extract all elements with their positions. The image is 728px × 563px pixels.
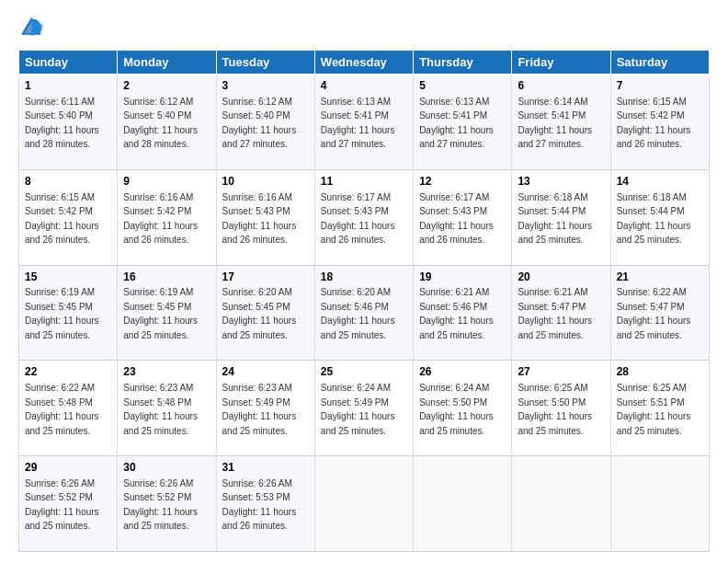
calendar-cell: 31Sunrise: 6:26 AMSunset: 5:53 PMDayligh… xyxy=(216,456,314,552)
calendar-cell: 29Sunrise: 6:26 AMSunset: 5:52 PMDayligh… xyxy=(19,456,118,552)
day-number: 16 xyxy=(123,270,210,285)
day-info: Sunrise: 6:17 AMSunset: 5:43 PMDaylight:… xyxy=(321,192,395,246)
weekday-header-wednesday: Wednesday xyxy=(314,51,413,75)
day-number: 19 xyxy=(419,270,506,285)
day-info: Sunrise: 6:16 AMSunset: 5:42 PMDaylight:… xyxy=(123,192,198,246)
calendar-week-row: 1Sunrise: 6:11 AMSunset: 5:40 PMDaylight… xyxy=(19,75,710,170)
day-number: 1 xyxy=(25,78,111,94)
calendar-cell: 17Sunrise: 6:20 AMSunset: 5:45 PMDayligh… xyxy=(216,265,314,361)
day-info: Sunrise: 6:22 AMSunset: 5:48 PMDaylight:… xyxy=(25,383,99,436)
weekday-header-friday: Friday xyxy=(512,51,610,75)
day-number: 17 xyxy=(222,270,309,285)
calendar-cell: 28Sunrise: 6:25 AMSunset: 5:51 PMDayligh… xyxy=(610,361,709,456)
day-number: 30 xyxy=(123,460,210,476)
weekday-header-saturday: Saturday xyxy=(610,51,709,75)
day-number: 22 xyxy=(25,364,111,380)
calendar-cell: 18Sunrise: 6:20 AMSunset: 5:46 PMDayligh… xyxy=(314,265,413,361)
day-info: Sunrise: 6:25 AMSunset: 5:51 PMDaylight:… xyxy=(617,383,691,436)
calendar-table: SundayMondayTuesdayWednesdayThursdayFrid… xyxy=(18,50,710,552)
day-info: Sunrise: 6:26 AMSunset: 5:52 PMDaylight:… xyxy=(123,478,198,532)
day-number: 6 xyxy=(518,78,604,94)
day-info: Sunrise: 6:15 AMSunset: 5:42 PMDaylight:… xyxy=(617,97,691,150)
page: SundayMondayTuesdayWednesdayThursdayFrid… xyxy=(0,0,728,563)
calendar-cell: 6Sunrise: 6:14 AMSunset: 5:41 PMDaylight… xyxy=(512,75,610,170)
day-number: 14 xyxy=(617,174,703,190)
day-info: Sunrise: 6:12 AMSunset: 5:40 PMDaylight:… xyxy=(123,97,198,150)
calendar-cell: 13Sunrise: 6:18 AMSunset: 5:44 PMDayligh… xyxy=(512,169,610,265)
calendar-cell: 5Sunrise: 6:13 AMSunset: 5:41 PMDaylight… xyxy=(414,75,512,170)
day-number: 27 xyxy=(518,364,604,380)
calendar-cell: 16Sunrise: 6:19 AMSunset: 5:45 PMDayligh… xyxy=(118,265,216,361)
weekday-header-thursday: Thursday xyxy=(414,51,512,75)
calendar-cell: 14Sunrise: 6:18 AMSunset: 5:44 PMDayligh… xyxy=(610,169,709,265)
calendar-cell: 27Sunrise: 6:25 AMSunset: 5:50 PMDayligh… xyxy=(512,361,610,456)
calendar-cell: 23Sunrise: 6:23 AMSunset: 5:48 PMDayligh… xyxy=(118,361,216,456)
day-info: Sunrise: 6:18 AMSunset: 5:44 PMDaylight:… xyxy=(617,192,691,246)
day-info: Sunrise: 6:24 AMSunset: 5:49 PMDaylight:… xyxy=(321,383,395,436)
day-info: Sunrise: 6:16 AMSunset: 5:43 PMDaylight:… xyxy=(222,192,297,246)
day-info: Sunrise: 6:21 AMSunset: 5:46 PMDaylight:… xyxy=(419,287,494,340)
calendar-cell xyxy=(414,456,512,552)
day-info: Sunrise: 6:13 AMSunset: 5:41 PMDaylight:… xyxy=(419,97,494,150)
day-info: Sunrise: 6:15 AMSunset: 5:42 PMDaylight:… xyxy=(25,192,99,246)
calendar-cell: 11Sunrise: 6:17 AMSunset: 5:43 PMDayligh… xyxy=(314,169,413,265)
day-info: Sunrise: 6:23 AMSunset: 5:48 PMDaylight:… xyxy=(123,383,198,436)
day-number: 4 xyxy=(321,78,407,94)
logo-icon xyxy=(18,15,44,40)
calendar-week-row: 8Sunrise: 6:15 AMSunset: 5:42 PMDaylight… xyxy=(19,169,710,265)
day-info: Sunrise: 6:12 AMSunset: 5:40 PMDaylight:… xyxy=(222,97,297,150)
calendar-cell xyxy=(610,456,709,552)
day-number: 12 xyxy=(419,174,506,190)
calendar-cell: 1Sunrise: 6:11 AMSunset: 5:40 PMDaylight… xyxy=(19,75,118,170)
calendar-cell: 24Sunrise: 6:23 AMSunset: 5:49 PMDayligh… xyxy=(216,361,314,456)
day-number: 20 xyxy=(518,270,604,285)
day-number: 15 xyxy=(25,270,111,285)
calendar-cell: 3Sunrise: 6:12 AMSunset: 5:40 PMDaylight… xyxy=(216,75,314,170)
day-info: Sunrise: 6:18 AMSunset: 5:44 PMDaylight:… xyxy=(518,192,592,246)
day-number: 10 xyxy=(222,174,309,190)
header xyxy=(18,15,710,40)
calendar-week-row: 29Sunrise: 6:26 AMSunset: 5:52 PMDayligh… xyxy=(19,456,710,552)
calendar-cell: 19Sunrise: 6:21 AMSunset: 5:46 PMDayligh… xyxy=(414,265,512,361)
day-info: Sunrise: 6:24 AMSunset: 5:50 PMDaylight:… xyxy=(419,383,494,436)
calendar-cell: 4Sunrise: 6:13 AMSunset: 5:41 PMDaylight… xyxy=(314,75,413,170)
calendar-cell xyxy=(314,456,413,552)
calendar-cell: 26Sunrise: 6:24 AMSunset: 5:50 PMDayligh… xyxy=(414,361,512,456)
day-number: 3 xyxy=(222,78,309,94)
calendar-cell xyxy=(512,456,610,552)
day-number: 13 xyxy=(518,174,604,190)
calendar-week-row: 15Sunrise: 6:19 AMSunset: 5:45 PMDayligh… xyxy=(19,265,710,361)
weekday-header-monday: Monday xyxy=(118,51,216,75)
day-info: Sunrise: 6:22 AMSunset: 5:47 PMDaylight:… xyxy=(617,287,691,340)
day-info: Sunrise: 6:25 AMSunset: 5:50 PMDaylight:… xyxy=(518,383,592,436)
day-info: Sunrise: 6:14 AMSunset: 5:41 PMDaylight:… xyxy=(518,97,592,150)
day-number: 31 xyxy=(222,460,309,476)
calendar-cell: 2Sunrise: 6:12 AMSunset: 5:40 PMDaylight… xyxy=(118,75,216,170)
calendar-cell: 12Sunrise: 6:17 AMSunset: 5:43 PMDayligh… xyxy=(414,169,512,265)
day-info: Sunrise: 6:21 AMSunset: 5:47 PMDaylight:… xyxy=(518,287,592,340)
day-number: 8 xyxy=(25,174,111,190)
day-number: 2 xyxy=(123,78,210,94)
day-number: 26 xyxy=(419,364,506,380)
day-number: 23 xyxy=(123,364,210,380)
weekday-header-tuesday: Tuesday xyxy=(216,51,314,75)
day-number: 24 xyxy=(222,364,309,380)
day-number: 25 xyxy=(321,364,407,380)
calendar-cell: 10Sunrise: 6:16 AMSunset: 5:43 PMDayligh… xyxy=(216,169,314,265)
day-info: Sunrise: 6:13 AMSunset: 5:41 PMDaylight:… xyxy=(321,97,395,150)
day-number: 9 xyxy=(123,174,210,190)
calendar-week-row: 22Sunrise: 6:22 AMSunset: 5:48 PMDayligh… xyxy=(19,361,710,456)
day-number: 21 xyxy=(617,270,703,285)
calendar-cell: 20Sunrise: 6:21 AMSunset: 5:47 PMDayligh… xyxy=(512,265,610,361)
logo xyxy=(18,15,48,40)
day-number: 28 xyxy=(617,364,703,380)
day-number: 7 xyxy=(617,78,703,94)
calendar-cell: 8Sunrise: 6:15 AMSunset: 5:42 PMDaylight… xyxy=(19,169,118,265)
day-info: Sunrise: 6:26 AMSunset: 5:53 PMDaylight:… xyxy=(222,478,297,532)
day-number: 18 xyxy=(321,270,407,285)
day-info: Sunrise: 6:20 AMSunset: 5:46 PMDaylight:… xyxy=(321,287,395,340)
calendar-cell: 22Sunrise: 6:22 AMSunset: 5:48 PMDayligh… xyxy=(19,361,118,456)
calendar-cell: 25Sunrise: 6:24 AMSunset: 5:49 PMDayligh… xyxy=(314,361,413,456)
day-number: 5 xyxy=(419,78,506,94)
day-info: Sunrise: 6:19 AMSunset: 5:45 PMDaylight:… xyxy=(25,287,99,340)
